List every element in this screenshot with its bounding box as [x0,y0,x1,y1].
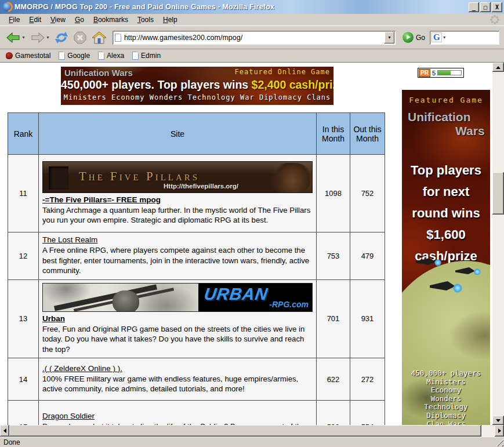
site-description: Free, Fun and Original RPG game based on… [42,324,313,355]
bookmark-edmin[interactable]: Edmin [132,52,161,60]
in-this-month-cell: 1098 [317,155,350,232]
urban-rpg-banner-image[interactable]: URBAN-RPG.com [42,283,313,312]
url-bar[interactable]: http://www.gamesites200.com/mpog/ ▼ [113,31,396,45]
site-link[interactable]: -=The Five Pillars=- FREE mpog [42,195,161,204]
back-arrow-icon [6,31,21,44]
site-cell: .( ( ZeldereX Online ) ).100% FREE milit… [39,358,317,401]
bookmark-alexa[interactable]: Alexa [98,52,124,60]
resize-grip[interactable] [496,439,503,446]
in-this-month-cell: 622 [317,358,350,401]
site-link[interactable]: Urban [42,314,65,323]
in-this-month-cell: 753 [317,232,350,280]
window-title: MMORPG / MPOG Top 200 - Free and Paid On… [14,3,469,11]
header-in-this-month: In this Month [317,113,350,155]
forward-dropdown-caret[interactable]: ▼ [46,35,50,39]
banner-players-text: 450,000+ players. Top players wins [61,78,252,91]
status-bar: Done [0,437,504,447]
pagerank-bar [437,70,462,75]
hooded-figure-graphic [270,163,311,193]
url-dropdown-button[interactable]: ▼ [385,32,394,43]
sidebar-game-title: Unification Wars [402,110,490,138]
stop-button[interactable] [72,29,88,46]
out-this-month-cell: 272 [350,358,385,401]
title-bar[interactable]: MMORPG / MPOG Top 200 - Free and Paid On… [0,0,504,14]
rank-cell: 14 [8,358,39,401]
menu-edit[interactable]: Edit [25,14,45,25]
site-cell: URBAN-RPG.comUrbanFree, Fun and Original… [39,279,317,358]
unification-wars-banner-ad[interactable]: Unification Wars Featured Online Game 45… [61,67,333,105]
scroll-right-button[interactable] [495,425,504,437]
browser-window: MMORPG / MPOG Top 200 - Free and Paid On… [0,0,504,447]
gamestotal-icon [6,52,13,59]
sidebar-featured-label: Featured Game [402,96,490,104]
bookmark-gamestotal[interactable]: Gamestotal [6,52,50,60]
menu-bar: File Edit View Go Bookmarks Tools Help [0,14,504,26]
table-row: 13URBAN-RPG.comUrbanFree, Fun and Origin… [8,279,385,358]
firefox-icon [3,2,12,12]
bookmarks-toolbar: Gamestotal Google Alexa Edmin [0,49,504,63]
page-content: Unification Wars Featured Online Game 45… [0,63,492,425]
five-pillars-banner-image[interactable]: The Five PillarsHttp://thefivepillars.or… [42,161,313,193]
site-link[interactable]: .( ( ZeldereX Online ) ). [42,364,122,373]
menu-view[interactable]: View [46,14,70,25]
scroll-down-button[interactable] [492,416,504,425]
search-engine-caret[interactable]: ▼ [443,35,447,39]
sidebar-feature-list: 450,000+ playersMinistersEconomyWondersT… [402,369,490,425]
bookmark-page-icon [59,52,65,60]
go-icon [403,32,414,43]
sidebar-featured-game-ad[interactable]: Featured Game Unification Wars Top playe… [402,90,490,425]
forward-arrow-icon [30,31,45,44]
back-dropdown-caret[interactable]: ▼ [21,35,26,39]
forward-button[interactable]: ▼ [29,29,51,46]
skeleton-graphic [113,290,139,311]
scroll-up-button[interactable] [492,63,504,72]
scroll-left-button[interactable] [0,425,9,437]
banner-nav-text: Ministers Economy Wonders Technology War… [61,93,333,101]
site-link[interactable]: Dragon Soldier [42,412,95,420]
pagerank-widget: PR 5 [418,68,464,78]
reload-icon [55,31,68,45]
header-site: Site [39,113,317,155]
menu-file[interactable]: File [5,14,24,25]
go-button[interactable]: Go [400,32,427,43]
out-this-month-cell: 752 [350,155,385,232]
banner-featured-label: Featured Online Game [235,68,331,76]
back-button[interactable]: ▼ [5,29,27,46]
url-input[interactable]: http://www.gamesites200.com/mpog/ [124,34,385,42]
pagerank-bar-fill [438,71,451,75]
minimize-button[interactable]: _ [469,2,479,12]
sidebar-prize-text: Top playersfor nextround wins$1,600cash/… [402,159,490,267]
rifle-graphic [54,284,157,311]
site-description: 100% FREE military war game with endless… [42,374,313,394]
google-search-box[interactable]: G ▼ [430,31,499,45]
header-out-this-month: Out this Month [350,113,385,155]
header-rank: Rank [8,113,39,155]
maximize-button[interactable]: □ [480,2,491,12]
rank-cell: 12 [8,232,39,280]
vertical-scroll-thumb[interactable] [492,172,504,215]
engine-glow [434,259,441,266]
site-description: Taking Archmage a quantum leap further. … [42,205,313,226]
close-button[interactable]: X [492,2,502,12]
status-text: Done [3,438,20,446]
bookmark-page-icon [132,52,139,60]
pagerank-value: 5 [432,70,436,77]
table-header-row: Rank Site In this Month Out this Month [8,113,385,155]
banner-title: Unification Wars [64,68,133,78]
home-button[interactable] [90,29,108,46]
menu-go[interactable]: Go [71,14,88,25]
vertical-scrollbar[interactable] [492,63,504,425]
menu-bookmarks[interactable]: Bookmarks [89,14,132,25]
horizontal-scroll-thumb[interactable] [9,425,481,437]
out-this-month-cell: 479 [350,232,385,280]
bookmark-google[interactable]: Google [59,52,90,60]
out-this-month-cell: 931 [350,279,385,358]
reload-button[interactable] [53,29,70,46]
engine-glow [453,284,462,293]
site-link[interactable]: The Lost Realm [42,235,97,244]
horizontal-scrollbar[interactable] [0,425,504,437]
engine-glow [474,268,481,275]
google-logo-icon: G [432,32,442,42]
menu-help[interactable]: Help [159,14,182,25]
menu-tools[interactable]: Tools [133,14,158,25]
